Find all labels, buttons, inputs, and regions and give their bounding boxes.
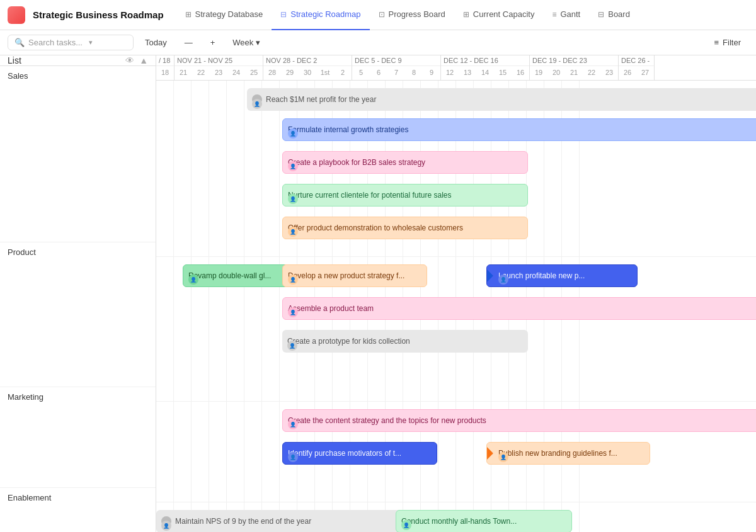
tab-gantt[interactable]: ≡ Gantt — [543, 0, 589, 30]
gantt-inner: / 18 18 NOV 21 - NOV 25 21 22 23 24 25 — [156, 55, 756, 532]
assignee-avatar: 👤 — [188, 274, 198, 285]
day-cell: 27 — [636, 66, 654, 79]
day-cell: 29 — [281, 66, 299, 79]
task-create-prototype[interactable]: Create a prototype for kids collection 👤 — [282, 330, 528, 353]
day-cell: 18 — [156, 66, 174, 79]
days-2: 28 29 30 1st 2 — [263, 66, 352, 79]
assignee-avatar: 👤 — [161, 521, 171, 531]
zoom-in-button[interactable]: + — [204, 35, 222, 50]
assignee-avatar: 👤 — [287, 341, 297, 351]
assignee-avatar: 👤 — [498, 274, 508, 285]
task-revamp-doublewall[interactable]: Revamp double-wall gl... 👤 — [183, 264, 289, 287]
day-cell: 6 — [370, 66, 387, 79]
grid-line — [209, 402, 227, 502]
eye-slash-icon[interactable]: 👁 — [125, 55, 134, 65]
assignee-avatar: 👤 — [288, 194, 298, 204]
current-capacity-icon: ⊞ — [463, 10, 469, 19]
week-label-5: DEC 19 - DEC 23 — [530, 55, 618, 66]
group-row-enablement: Enablement — [0, 488, 156, 532]
search-input-placeholder: Search tasks... — [28, 38, 83, 47]
right-panel[interactable]: / 18 18 NOV 21 - NOV 25 21 22 23 24 25 — [156, 55, 756, 532]
task-nurture-clientele[interactable]: Nurture current clientele for potential … — [282, 184, 528, 207]
search-box[interactable]: 🔍 Search tasks... ▾ — [8, 35, 134, 50]
assignee-avatar: 👤 — [288, 227, 298, 237]
milestone-diamond — [486, 269, 493, 282]
group-label-marketing: Marketing — [8, 392, 43, 402]
day-cell: 13 — [459, 66, 476, 79]
list-header: List 👁 ▲ — [0, 55, 156, 66]
week-label-1: NOV 21 - NOV 25 — [175, 55, 263, 66]
grid-line — [156, 257, 174, 401]
task-content-strategy[interactable]: Create the content strategy and the topi… — [282, 409, 756, 432]
tab-strategy-database[interactable]: ⊞ Strategy Database — [176, 0, 272, 30]
task-label: Launch profitable new p... — [498, 271, 585, 280]
task-label: Identify purchase motivators of t... — [288, 449, 401, 458]
tab-progress-board[interactable]: ⊡ Progress Board — [370, 0, 454, 30]
task-formulate-growth[interactable]: Formulate internal growth strategies 👤 — [282, 118, 756, 141]
group-row-product: Product — [0, 242, 156, 387]
task-assemble-product-team[interactable]: Assemble a product team 👤 — [282, 297, 756, 320]
date-header: / 18 18 NOV 21 - NOV 25 21 22 23 24 25 — [156, 55, 756, 81]
grid-line — [192, 81, 209, 256]
week-dropdown-icon: ▾ — [256, 38, 260, 47]
assignee-avatar: 👤 — [252, 99, 262, 109]
gantt-section-enablement: Maintain NPS of 9 by the end of the year… — [156, 502, 756, 532]
day-cell: 1st — [316, 66, 334, 79]
task-launch-profitable[interactable]: Launch profitable new p... 👤 — [486, 264, 638, 287]
list-header-icons: 👁 ▲ — [125, 55, 148, 65]
task-label: Reach $1M net profit for the year — [266, 95, 376, 104]
task-label: Create a playbook for B2B sales strategy — [288, 158, 425, 167]
collapse-icon[interactable]: ▲ — [139, 55, 148, 65]
filter-button[interactable]: ≡ Filter — [707, 35, 748, 50]
task-label: Nurture current clientele for potential … — [288, 191, 451, 200]
gantt-section-sales: Reach $1M net profit for the year 👤 Form… — [156, 81, 756, 257]
group-label-sales: Sales — [8, 71, 28, 81]
day-cell: 14 — [476, 66, 494, 79]
strategic-roadmap-icon: ⊟ — [280, 10, 287, 19]
task-develop-product-strategy[interactable]: Develop a new product strategy f... 👤 — [282, 264, 427, 287]
day-cell: 30 — [299, 66, 316, 79]
gantt-body: Reach $1M net profit for the year 👤 Form… — [156, 81, 756, 532]
nav-tabs: ⊞ Strategy Database ⊟ Strategic Roadmap … — [176, 0, 748, 30]
task-label: Conduct monthly all-hands Town... — [401, 517, 517, 526]
filter-icon: ≡ — [714, 38, 719, 47]
day-cell: 22 — [583, 66, 600, 79]
assignee-avatar: 👤 — [401, 520, 411, 530]
gantt-container: List 👁 ▲ Sales Product Marketing Enablem… — [0, 55, 756, 532]
grid-line — [192, 402, 209, 502]
task-purchase-motivators[interactable]: Identify purchase motivators of t... 👤 — [282, 442, 437, 465]
tab-current-capacity[interactable]: ⊞ Current Capacity — [454, 0, 544, 30]
grid-line — [156, 402, 174, 502]
task-maintain-nps[interactable]: Maintain NPS of 9 by the end of the year… — [156, 510, 421, 532]
left-panel: List 👁 ▲ Sales Product Marketing Enablem… — [0, 55, 156, 532]
task-reach-1m[interactable]: Reach $1M net profit for the year 👤 — [247, 88, 756, 111]
search-icon: 🔍 — [14, 38, 25, 47]
task-offer-demo[interactable]: Offer product demonstration to wholesale… — [282, 217, 528, 239]
assignee-avatar: 👤 — [498, 452, 508, 462]
day-cell: 22 — [192, 66, 210, 79]
week-label-3: DEC 5 - DEC 9 — [352, 55, 440, 66]
tab-board[interactable]: ⊟ Board — [589, 0, 639, 30]
task-label: Revamp double-wall gl... — [188, 271, 271, 280]
task-publish-branding[interactable]: Publish new branding guidelines f... 👤 — [486, 442, 650, 465]
assignee-avatar: 👤 — [288, 161, 298, 171]
week-col-5: DEC 19 - DEC 23 19 20 21 22 23 — [530, 55, 619, 80]
task-playbook-b2b[interactable]: Create a playbook for B2B sales strategy… — [282, 151, 528, 174]
board-icon: ⊟ — [598, 10, 604, 19]
today-button[interactable]: Today — [139, 35, 173, 50]
zoom-out-button[interactable]: — — [178, 35, 199, 50]
group-row-sales: Sales — [0, 66, 156, 242]
tab-strategic-roadmap[interactable]: ⊟ Strategic Roadmap — [272, 0, 369, 30]
app-title: Strategic Business Roadmap — [33, 9, 164, 20]
assignee-avatar: 👤 — [288, 307, 298, 317]
day-cell: 16 — [512, 66, 529, 79]
days-4: 12 13 14 15 16 — [441, 66, 529, 79]
task-conduct-townhall[interactable]: Conduct monthly all-hands Town... 👤 — [396, 510, 572, 532]
app-header: Strategic Business Roadmap ⊞ Strategy Da… — [0, 0, 756, 30]
gantt-icon: ≡ — [552, 10, 556, 19]
week-col-1: NOV 21 - NOV 25 21 22 23 24 25 — [175, 55, 263, 80]
day-cell: 21 — [175, 66, 192, 79]
grid-line — [438, 257, 456, 401]
week-button[interactable]: Week ▾ — [226, 35, 266, 50]
gantt-section-product: Revamp double-wall gl... 👤 Develop a new… — [156, 257, 756, 402]
